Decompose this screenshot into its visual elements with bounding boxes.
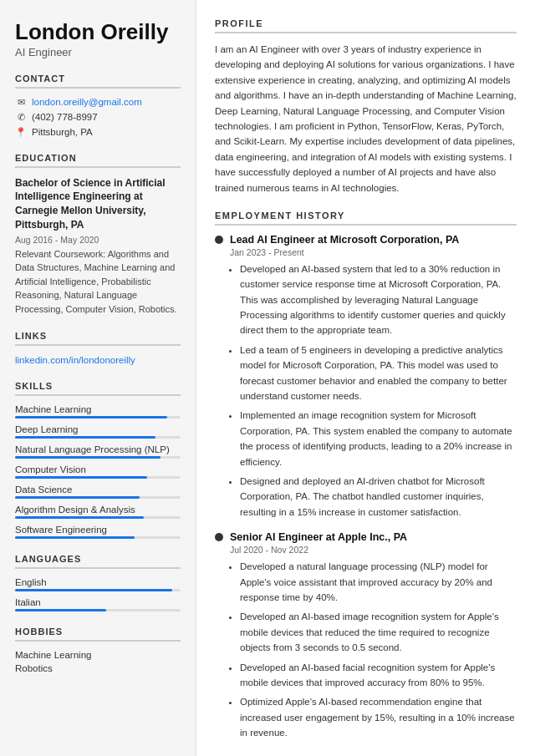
skill-bar-fill xyxy=(15,416,167,419)
skill-bar-fill xyxy=(15,476,147,479)
employment-section-title: EMPLOYMENT HISTORY xyxy=(215,211,517,226)
location-icon: 📍 xyxy=(15,127,27,138)
skills-container: Machine Learning Deep Learning Natural L… xyxy=(15,404,181,539)
language-bar-fill xyxy=(15,609,106,611)
languages-title: Languages xyxy=(15,554,181,569)
skill-bar-bg xyxy=(15,416,181,419)
skill-bar-bg xyxy=(15,476,181,479)
job-header: Senior AI Engineer at Apple Inc., PA xyxy=(215,531,517,543)
hobbies-section: Hobbies Machine LearningRobotics xyxy=(15,627,181,673)
skill-bar-fill xyxy=(15,456,160,459)
jobs-container: Lead AI Engineer at Microsoft Corporatio… xyxy=(215,234,517,741)
links-section: Links linkedin.com/in/londonoreilly xyxy=(15,331,181,366)
skill-item: Computer Vision xyxy=(15,464,181,479)
job-entry: Senior AI Engineer at Apple Inc., PA Jul… xyxy=(215,531,517,740)
skill-label: Natural Language Processing (NLP) xyxy=(15,444,181,454)
location-item: 📍 Pittsburgh, PA xyxy=(15,127,181,138)
skill-label: Software Engineering xyxy=(15,525,181,535)
phone-item: ✆ (402) 778-8997 xyxy=(15,112,181,123)
candidate-title: AI Engineer xyxy=(15,46,181,58)
phone-icon: ✆ xyxy=(15,112,27,123)
skill-bar-fill xyxy=(15,536,135,539)
job-bullets: Developed a natural language processing … xyxy=(240,559,517,740)
skill-label: Computer Vision xyxy=(15,464,181,474)
job-bullet: Developed an AI-based facial recognition… xyxy=(240,660,517,691)
employment-section: EMPLOYMENT HISTORY Lead AI Engineer at M… xyxy=(215,211,517,741)
job-bullet: Developed an AI-based system that led to… xyxy=(240,261,517,338)
skill-item: Machine Learning xyxy=(15,404,181,419)
location-value: Pittsburgh, PA xyxy=(32,127,93,137)
job-dot xyxy=(215,533,223,541)
language-label: English xyxy=(15,577,181,587)
education-section: Education Bachelor of Science in Artific… xyxy=(15,153,181,317)
hobby-item: Robotics xyxy=(15,663,181,673)
job-title: Senior AI Engineer at Apple Inc., PA xyxy=(230,531,407,543)
main-content: PROFILE I am an AI Engineer with over 3 … xyxy=(196,0,535,756)
job-bullet: Optimized Apple's AI-based recommendatio… xyxy=(240,694,517,740)
language-label: Italian xyxy=(15,597,181,607)
language-bar-bg xyxy=(15,609,181,611)
edu-dates: Aug 2016 - May 2020 xyxy=(15,235,181,245)
language-bar-bg xyxy=(15,589,181,591)
linkedin-link-item: linkedin.com/in/londonoreilly xyxy=(15,354,181,366)
job-header: Lead AI Engineer at Microsoft Corporatio… xyxy=(215,234,517,246)
job-bullet: Led a team of 5 engineers in developing … xyxy=(240,342,517,404)
edu-courses: Relevant Coursework: Algorithms and Data… xyxy=(15,247,181,317)
contact-section: Contact ✉ london.oreilly@gmail.com ✆ (40… xyxy=(15,74,181,138)
skill-bar-fill xyxy=(15,516,144,519)
profile-text: I am an AI Engineer with over 3 years of… xyxy=(215,42,517,195)
language-item: Italian xyxy=(15,597,181,611)
language-bar-fill xyxy=(15,589,172,591)
skill-item: Natural Language Processing (NLP) xyxy=(15,444,181,459)
education-title: Education xyxy=(15,153,181,168)
language-item: English xyxy=(15,577,181,591)
hobbies-title: Hobbies xyxy=(15,627,181,642)
skill-bar-bg xyxy=(15,536,181,539)
skill-bar-bg xyxy=(15,496,181,499)
skill-label: Algorithm Design & Analysis xyxy=(15,505,181,515)
skills-section: Skills Machine Learning Deep Learning Na… xyxy=(15,381,181,539)
edu-degree: Bachelor of Science in Artificial Intell… xyxy=(15,176,181,232)
languages-section: Languages English Italian xyxy=(15,554,181,611)
contact-section-title: Contact xyxy=(15,74,181,89)
phone-value: (402) 778-8997 xyxy=(32,112,98,122)
job-entry: Lead AI Engineer at Microsoft Corporatio… xyxy=(215,234,517,520)
job-dot xyxy=(215,236,223,244)
skill-label: Deep Learning xyxy=(15,424,181,434)
skill-bar-fill xyxy=(15,496,140,499)
skill-bar-bg xyxy=(15,456,181,459)
resume-page: London Oreilly AI Engineer Contact ✉ lon… xyxy=(0,0,535,756)
job-title: Lead AI Engineer at Microsoft Corporatio… xyxy=(230,234,459,246)
email-item: ✉ london.oreilly@gmail.com xyxy=(15,97,181,108)
hobbies-container: Machine LearningRobotics xyxy=(15,650,181,673)
job-bullets: Developed an AI-based system that led to… xyxy=(240,261,517,520)
email-icon: ✉ xyxy=(15,97,27,108)
skill-bar-fill xyxy=(15,436,155,439)
skill-item: Deep Learning xyxy=(15,424,181,439)
skill-bar-bg xyxy=(15,436,181,439)
job-bullet: Designed and deployed an AI-driven chatb… xyxy=(240,474,517,520)
skill-item: Software Engineering xyxy=(15,525,181,539)
candidate-name: London Oreilly xyxy=(15,20,181,44)
hobby-item: Machine Learning xyxy=(15,650,181,660)
job-bullet: Developed an AI-based image recognition … xyxy=(240,609,517,655)
skill-item: Algorithm Design & Analysis xyxy=(15,505,181,519)
profile-section: PROFILE I am an AI Engineer with over 3 … xyxy=(215,18,517,195)
sidebar-header: London Oreilly AI Engineer xyxy=(15,20,181,58)
profile-section-title: PROFILE xyxy=(215,18,517,33)
skill-item: Data Science xyxy=(15,485,181,499)
job-dates: Jan 2023 - Present xyxy=(230,247,517,257)
job-dates: Jul 2020 - Nov 2022 xyxy=(230,545,517,555)
languages-container: English Italian xyxy=(15,577,181,611)
links-title: Links xyxy=(15,331,181,346)
sidebar: London Oreilly AI Engineer Contact ✉ lon… xyxy=(0,0,196,756)
skills-title: Skills xyxy=(15,381,181,396)
linkedin-link[interactable]: linkedin.com/in/londonoreilly xyxy=(15,355,135,365)
skill-label: Machine Learning xyxy=(15,404,181,414)
job-bullet: Developed a natural language processing … xyxy=(240,559,517,605)
skill-label: Data Science xyxy=(15,485,181,495)
email-link[interactable]: london.oreilly@gmail.com xyxy=(32,97,142,107)
skill-bar-bg xyxy=(15,516,181,519)
job-bullet: Implemented an image recognition system … xyxy=(240,408,517,469)
